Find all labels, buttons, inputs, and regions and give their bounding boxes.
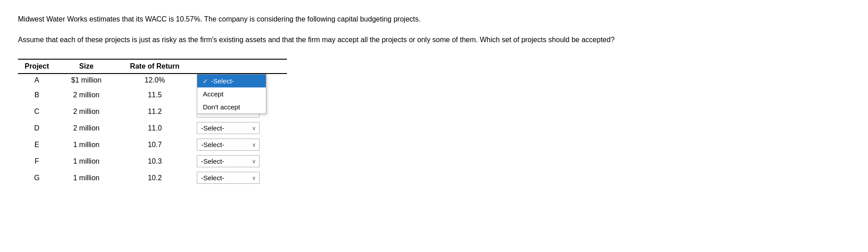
select-wrapper[interactable]: -Select-AcceptDon't accept (197, 155, 260, 167)
cell-size: 2 million (56, 87, 117, 103)
cell-rate: 11.5 (117, 87, 192, 103)
cell-action[interactable]: ✓-Select-AcceptDon't accept (192, 74, 287, 87)
dropdown-option-select[interactable]: ✓-Select- (197, 74, 266, 87)
action-select[interactable]: -Select-AcceptDon't accept (197, 139, 260, 151)
cell-size: 1 million (56, 169, 117, 186)
cell-action[interactable]: -Select-AcceptDon't accept (192, 136, 287, 153)
cell-action[interactable]: -Select-AcceptDon't accept (192, 153, 287, 169)
cell-size: 2 million (56, 103, 117, 120)
dropdown-option-label: Don't accept (203, 103, 240, 111)
cell-rate: 11.0 (117, 120, 192, 136)
table-row: F1 million10.3-Select-AcceptDon't accept (18, 153, 287, 169)
table-row: D2 million11.0-Select-AcceptDon't accept (18, 120, 287, 136)
action-select[interactable]: -Select-AcceptDon't accept (197, 155, 260, 167)
cell-rate: 10.2 (117, 169, 192, 186)
cell-project: B (18, 87, 56, 103)
cell-size: 1 million (56, 136, 117, 153)
select-wrapper[interactable]: -Select-AcceptDon't accept (197, 122, 260, 134)
cell-rate: 10.3 (117, 153, 192, 169)
action-select[interactable]: -Select-AcceptDon't accept (197, 122, 260, 134)
select-wrapper[interactable]: -Select-AcceptDon't accept (197, 172, 260, 184)
cell-size: 2 million (56, 120, 117, 136)
table-row: G1 million10.2-Select-AcceptDon't accept (18, 169, 287, 186)
cell-rate: 12.0% (117, 74, 192, 87)
cell-project: G (18, 169, 56, 186)
table-row: A$1 million12.0%✓-Select-AcceptDon't acc… (18, 74, 287, 87)
intro-line2: Assume that each of these projects is ju… (18, 34, 850, 46)
cell-action[interactable]: -Select-AcceptDon't accept (192, 169, 287, 186)
dropdown-popup: ✓-Select-AcceptDon't accept (197, 74, 266, 114)
cell-rate: 11.2 (117, 103, 192, 120)
cell-project: A (18, 74, 56, 87)
cell-project: C (18, 103, 56, 120)
cell-action[interactable]: -Select-AcceptDon't accept (192, 120, 287, 136)
cell-rate: 10.7 (117, 136, 192, 153)
dropdown-option-dontaccept[interactable]: Don't accept (197, 100, 266, 113)
checkmark-icon: ✓ (203, 78, 208, 85)
dropdown-option-label: Accept (203, 90, 223, 98)
cell-size: $1 million (56, 74, 117, 87)
cell-project: E (18, 136, 56, 153)
header-rate: Rate of Return (117, 59, 192, 74)
cell-size: 1 million (56, 153, 117, 169)
header-project: Project (18, 59, 56, 74)
select-wrapper[interactable]: -Select-AcceptDon't accept (197, 139, 260, 151)
table-row: E1 million10.7-Select-AcceptDon't accept (18, 136, 287, 153)
action-select[interactable]: -Select-AcceptDon't accept (197, 172, 260, 184)
cell-project: D (18, 120, 56, 136)
dropdown-option-label: -Select- (211, 77, 234, 85)
projects-table: Project Size Rate of Return A$1 million1… (18, 59, 287, 186)
cell-project: F (18, 153, 56, 169)
intro-line1: Midwest Water Works estimates that its W… (18, 13, 850, 25)
header-action (192, 59, 287, 74)
dropdown-option-accept[interactable]: Accept (197, 87, 266, 100)
header-size: Size (56, 59, 117, 74)
